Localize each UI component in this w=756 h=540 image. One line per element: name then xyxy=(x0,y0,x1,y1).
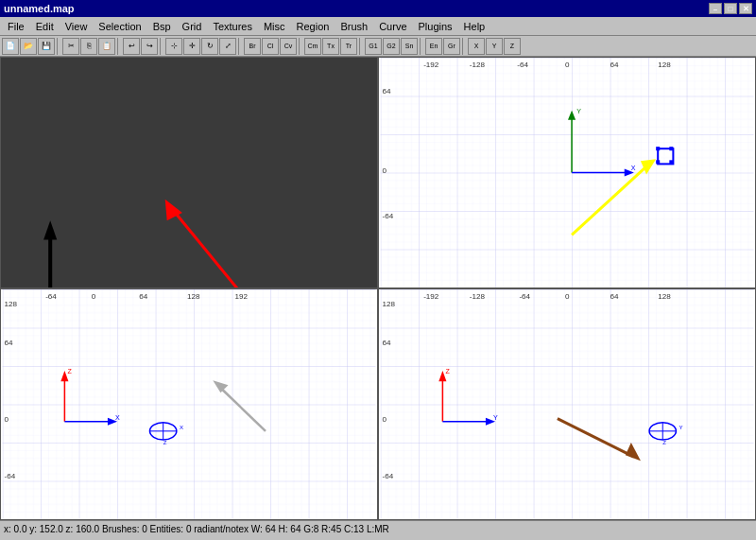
svg-rect-27 xyxy=(669,160,673,164)
svg-text:X: X xyxy=(115,414,120,422)
tb-redo[interactable]: ↪ xyxy=(141,38,158,55)
svg-rect-26 xyxy=(656,160,660,164)
menu-grid[interactable]: Grid xyxy=(177,17,208,35)
close-button[interactable]: ✕ xyxy=(739,3,752,14)
svg-text:64: 64 xyxy=(383,339,392,347)
svg-text:0: 0 xyxy=(565,292,570,301)
tb-brush1[interactable]: Br xyxy=(244,38,261,55)
svg-text:128: 128 xyxy=(187,292,200,301)
svg-rect-32 xyxy=(3,289,376,519)
tb-select[interactable]: ⊹ xyxy=(165,38,182,55)
svg-text:64: 64 xyxy=(383,87,392,96)
menu-region[interactable]: Region xyxy=(291,17,335,35)
svg-text:-64: -64 xyxy=(383,212,394,220)
svg-text:0: 0 xyxy=(92,292,96,301)
viewport-xy[interactable]: -192 -128 -64 0 64 128 64 0 -64 Y X xyxy=(378,57,756,288)
svg-text:-192: -192 xyxy=(423,292,439,301)
svg-text:-64: -64 xyxy=(517,61,528,69)
svg-text:-64: -64 xyxy=(383,472,394,480)
menu-bar: File Edit View Selection Bsp Grid Textur… xyxy=(0,17,756,36)
svg-rect-24 xyxy=(656,147,660,150)
tb-rotate[interactable]: ↻ xyxy=(201,38,218,55)
svg-text:-128: -128 xyxy=(470,61,486,69)
svg-line-3 xyxy=(170,206,256,287)
svg-text:-128: -128 xyxy=(470,292,486,301)
window-title: unnamed.map xyxy=(4,3,75,14)
tb-group[interactable]: Gr xyxy=(443,38,460,55)
svg-text:X: X xyxy=(631,165,636,172)
svg-text:Z: Z xyxy=(662,440,666,445)
svg-rect-25 xyxy=(669,147,673,150)
tb-cut[interactable]: ✂ xyxy=(62,38,79,55)
tb-cam[interactable]: Cm xyxy=(304,38,321,55)
tb-y-axis[interactable]: Y xyxy=(486,38,503,55)
tb-translate[interactable]: ✛ xyxy=(183,38,200,55)
viewport-area: -192 -128 -64 0 64 128 64 0 -64 Y X xyxy=(0,57,756,520)
tb-paste[interactable]: 📋 xyxy=(98,38,115,55)
tb-grid2[interactable]: G2 xyxy=(383,38,400,55)
menu-edit[interactable]: Edit xyxy=(30,17,60,35)
minimize-button[interactable]: – xyxy=(709,3,722,14)
tb-copy[interactable]: ⎘ xyxy=(80,38,97,55)
status-bar: x: 0.0 y: 152.0 z: 160.0 Brushes: 0 Enti… xyxy=(0,520,756,537)
tb-z-axis[interactable]: Z xyxy=(504,38,521,55)
svg-text:Z: Z xyxy=(445,368,450,375)
svg-text:0: 0 xyxy=(383,166,387,175)
svg-text:0: 0 xyxy=(383,415,387,424)
status-text: x: 0.0 y: 152.0 z: 160.0 Brushes: 0 Enti… xyxy=(4,524,752,534)
tb-brush2[interactable]: Cl xyxy=(262,38,279,55)
tb-grid1[interactable]: G1 xyxy=(365,38,382,55)
svg-text:X: X xyxy=(180,425,183,430)
svg-text:64: 64 xyxy=(5,339,14,347)
svg-text:0: 0 xyxy=(5,415,9,424)
tb-undo[interactable]: ↩ xyxy=(123,38,140,55)
svg-text:-64: -64 xyxy=(5,472,16,480)
menu-plugins[interactable]: Plugins xyxy=(413,17,458,35)
menu-brush[interactable]: Brush xyxy=(335,17,373,35)
svg-text:Z: Z xyxy=(67,368,72,375)
menu-view[interactable]: View xyxy=(60,17,94,35)
svg-rect-7 xyxy=(381,58,754,287)
tb-save[interactable]: 💾 xyxy=(38,38,55,55)
svg-text:64: 64 xyxy=(139,292,148,301)
titlebar-controls: – □ ✕ xyxy=(709,3,752,14)
tb-entity[interactable]: En xyxy=(425,38,442,55)
svg-text:128: 128 xyxy=(383,300,396,308)
menu-curve[interactable]: Curve xyxy=(373,17,412,35)
tb-open[interactable]: 📂 xyxy=(20,38,37,55)
svg-text:-64: -64 xyxy=(45,292,57,301)
svg-text:Y: Y xyxy=(493,414,498,422)
svg-rect-57 xyxy=(381,289,754,519)
menu-help[interactable]: Help xyxy=(458,17,491,35)
tb-tex2[interactable]: Tr xyxy=(340,38,357,55)
tb-new[interactable]: 📄 xyxy=(2,38,19,55)
viewport-yz[interactable]: 128 64 0 -64 -192 -128 -64 0 64 128 Z Y … xyxy=(378,288,756,520)
svg-text:192: 192 xyxy=(235,292,249,301)
viewport-3d[interactable] xyxy=(0,57,378,288)
menu-selection[interactable]: Selection xyxy=(93,17,146,35)
maximize-button[interactable]: □ xyxy=(724,3,737,14)
svg-text:64: 64 xyxy=(610,292,620,301)
menu-file[interactable]: File xyxy=(2,17,30,35)
svg-text:Z: Z xyxy=(163,440,167,445)
tb-brush3[interactable]: Cv xyxy=(280,38,297,55)
menu-misc[interactable]: Misc xyxy=(258,17,291,35)
menu-bsp[interactable]: Bsp xyxy=(147,17,177,35)
title-bar: unnamed.map – □ ✕ xyxy=(0,0,756,17)
svg-text:128: 128 xyxy=(658,292,671,301)
tb-snap[interactable]: Sn xyxy=(401,38,418,55)
tb-x-axis[interactable]: X xyxy=(468,38,485,55)
viewport-xz[interactable]: 128 64 0 -64 -64 0 64 128 192 Z X X Z xyxy=(0,288,378,520)
svg-text:-192: -192 xyxy=(423,61,439,69)
svg-text:0: 0 xyxy=(565,61,570,69)
svg-text:128: 128 xyxy=(658,61,671,69)
tb-scale[interactable]: ⤢ xyxy=(219,38,236,55)
svg-text:Y: Y xyxy=(576,108,581,115)
svg-marker-1 xyxy=(43,220,57,239)
svg-text:Y: Y xyxy=(679,425,682,430)
svg-text:-64: -64 xyxy=(519,292,530,301)
svg-text:128: 128 xyxy=(5,300,18,308)
toolbar: 📄 📂 💾 ✂ ⎘ 📋 ↩ ↪ ⊹ ✛ ↻ ⤢ Br Cl Cv Cm Tx T… xyxy=(0,36,756,57)
menu-textures[interactable]: Textures xyxy=(207,17,258,35)
tb-tex1[interactable]: Tx xyxy=(322,38,339,55)
